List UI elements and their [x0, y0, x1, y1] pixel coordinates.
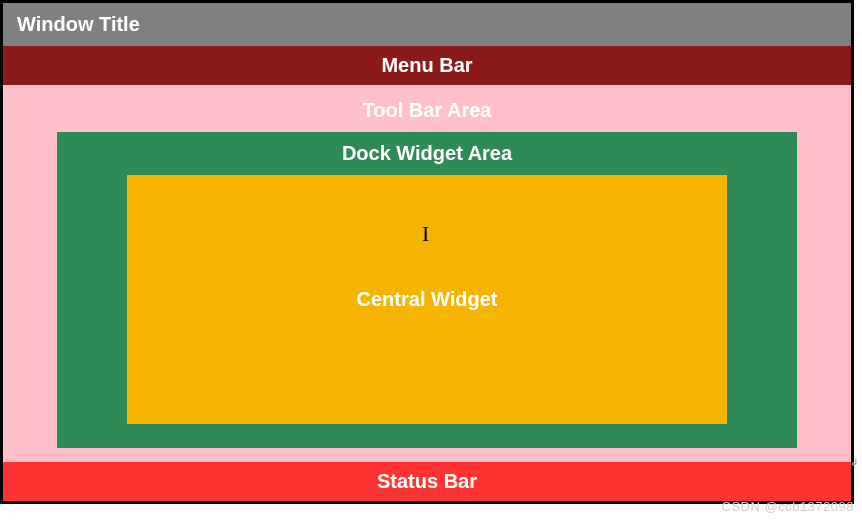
status-bar-label: Status Bar: [377, 470, 477, 492]
menu-bar-label: Menu Bar: [381, 54, 472, 76]
title-bar[interactable]: Window Title: [3, 3, 851, 46]
watermark-text: CSDN @ccb1372098: [722, 499, 854, 514]
dock-widget-area: Dock Widget Area I Central Widget: [57, 132, 797, 448]
window-title: Window Title: [17, 13, 140, 35]
central-widget-label: Central Widget: [357, 288, 498, 311]
status-bar: Status Bar: [3, 462, 851, 501]
menu-bar[interactable]: Menu Bar: [3, 46, 851, 85]
paragraph-mark-icon: ↲: [850, 457, 858, 468]
tool-bar-label: Tool Bar Area: [363, 99, 492, 122]
tool-bar-area: Tool Bar Area Dock Widget Area I Central…: [3, 85, 851, 462]
dock-widget-label: Dock Widget Area: [342, 142, 512, 165]
central-widget: I Central Widget: [127, 175, 727, 424]
text-cursor-icon: I: [422, 221, 429, 247]
main-window: Window Title Menu Bar Tool Bar Area Dock…: [0, 0, 854, 504]
